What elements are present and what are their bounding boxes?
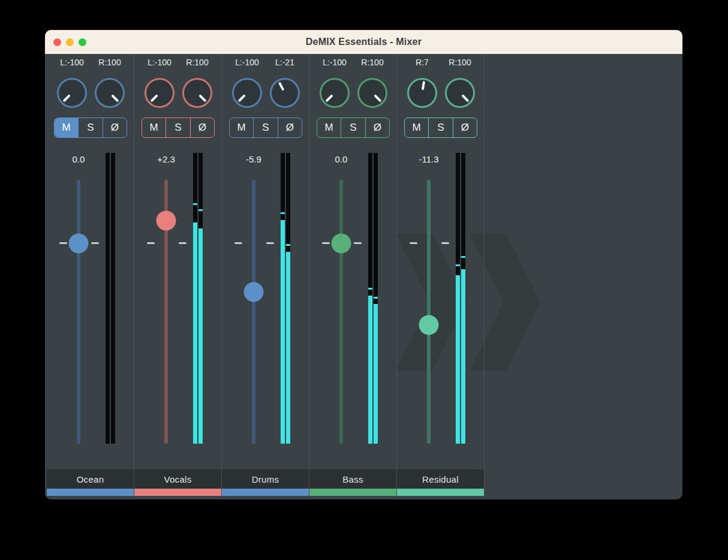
level-meters bbox=[281, 153, 290, 444]
zero-db-tick bbox=[147, 242, 155, 244]
channel-strip: R:7 R:100 M S Ø -11.3 bbox=[397, 54, 485, 499]
level-meter-left bbox=[456, 153, 460, 444]
fader-track[interactable] bbox=[164, 180, 168, 444]
channel-strip: L:-100 L:-21 M S Ø -5.9 bbox=[222, 54, 309, 499]
pan-left-value: L:-100 bbox=[140, 58, 179, 67]
phase-button[interactable]: Ø bbox=[365, 118, 389, 137]
channel-button-group: M S Ø bbox=[404, 118, 477, 138]
pan-left-knob[interactable] bbox=[232, 78, 262, 108]
pan-left-knob-pointer bbox=[139, 72, 181, 115]
channel-color-bar bbox=[222, 489, 309, 496]
pan-left-knob[interactable] bbox=[320, 78, 350, 108]
meter-fill bbox=[193, 222, 197, 444]
level-meter-left bbox=[281, 153, 285, 444]
pan-right-knob[interactable] bbox=[95, 78, 125, 108]
mixer-content: L:-100 R:100 M S Ø 0.0 bbox=[45, 54, 682, 499]
pan-left-knob-pointer bbox=[405, 76, 439, 110]
fader-handle[interactable] bbox=[419, 315, 439, 335]
solo-button[interactable]: S bbox=[166, 118, 189, 137]
zero-db-tick bbox=[441, 242, 449, 244]
zoom-button[interactable] bbox=[79, 38, 86, 46]
gain-value: 0.0 bbox=[335, 154, 348, 164]
pan-right-knob[interactable] bbox=[270, 78, 300, 108]
channel-color-bar bbox=[309, 489, 396, 496]
phase-button[interactable]: Ø bbox=[278, 118, 302, 137]
window-title: DeMIX Essentials - Mixer bbox=[306, 37, 422, 47]
fader-track[interactable] bbox=[77, 180, 80, 444]
channel-button-group: M S Ø bbox=[54, 118, 127, 138]
mute-button[interactable]: M bbox=[55, 118, 78, 137]
pan-left-value: R:7 bbox=[403, 58, 441, 67]
fader-track[interactable] bbox=[427, 180, 431, 444]
level-meter-left bbox=[368, 153, 372, 444]
zero-db-tick bbox=[179, 242, 186, 244]
pan-right-knob[interactable] bbox=[445, 78, 475, 108]
phase-button[interactable]: Ø bbox=[103, 118, 127, 137]
phase-button[interactable]: Ø bbox=[190, 118, 214, 137]
pan-right-knob-pointer bbox=[176, 72, 219, 115]
solo-button[interactable]: S bbox=[428, 118, 452, 137]
solo-button[interactable]: S bbox=[78, 118, 102, 137]
pan-right-knob[interactable] bbox=[357, 78, 387, 108]
fader-track[interactable] bbox=[252, 180, 255, 444]
mute-button[interactable]: M bbox=[317, 118, 341, 137]
channel-name: Residual bbox=[397, 469, 484, 489]
meter-peak bbox=[456, 264, 460, 266]
level-meters bbox=[106, 153, 115, 444]
fader-handle[interactable] bbox=[244, 282, 264, 302]
level-meter-right bbox=[461, 153, 465, 444]
meter-fill bbox=[281, 220, 285, 444]
pan-right-value: R:100 bbox=[91, 58, 129, 67]
pan-left-knob[interactable] bbox=[145, 78, 175, 108]
level-meter-right bbox=[286, 153, 290, 444]
fader-handle[interactable] bbox=[332, 233, 351, 253]
channel-strip: L:-100 R:100 M S Ø 0.0 bbox=[47, 54, 134, 499]
mute-button[interactable]: M bbox=[142, 118, 166, 137]
meter-peak bbox=[461, 256, 465, 258]
channel-button-group: M S Ø bbox=[317, 118, 390, 138]
meter-fill bbox=[456, 275, 460, 444]
channel-rack: L:-100 R:100 M S Ø 0.0 bbox=[45, 54, 682, 499]
solo-button[interactable]: S bbox=[253, 118, 277, 137]
level-meter-right bbox=[374, 153, 378, 444]
level-meter-left bbox=[106, 153, 110, 444]
channel-button-group: M S Ø bbox=[229, 118, 302, 138]
meter-fill bbox=[198, 228, 203, 444]
zero-db-tick bbox=[91, 242, 99, 244]
channel-name: Bass bbox=[309, 469, 396, 489]
pan-left-knob-pointer bbox=[314, 72, 356, 115]
meter-fill bbox=[374, 304, 378, 444]
meter-peak bbox=[198, 209, 203, 211]
pan-right-knob-pointer bbox=[89, 72, 131, 115]
pan-left-knob-pointer bbox=[226, 72, 269, 115]
pan-left-knob[interactable] bbox=[57, 78, 87, 108]
mute-button[interactable]: M bbox=[230, 118, 253, 137]
meter-fill bbox=[461, 269, 465, 444]
zero-db-tick bbox=[354, 242, 362, 244]
fader-handle[interactable] bbox=[157, 211, 176, 231]
zero-db-tick bbox=[59, 242, 67, 244]
gain-value: 0.0 bbox=[73, 154, 85, 164]
pan-left-knob[interactable] bbox=[407, 78, 437, 108]
level-meters bbox=[193, 153, 203, 444]
mixer-window: DeMIX Essentials - Mixer L:-100 R:100 M … bbox=[45, 30, 682, 499]
pan-right-knob[interactable] bbox=[182, 78, 212, 108]
meter-fill bbox=[286, 252, 290, 444]
pan-right-value: R:100 bbox=[441, 58, 479, 67]
meter-fill bbox=[368, 296, 372, 444]
pan-right-knob-pointer bbox=[264, 73, 305, 113]
pan-right-knob-pointer bbox=[439, 72, 482, 115]
solo-button[interactable]: S bbox=[341, 118, 365, 137]
pan-left-knob-pointer bbox=[51, 72, 94, 115]
channel-button-group: M S Ø bbox=[142, 118, 215, 138]
gain-value: -11.3 bbox=[419, 154, 438, 164]
fader-handle[interactable] bbox=[69, 233, 89, 253]
minimize-button[interactable] bbox=[66, 38, 74, 46]
level-meters bbox=[456, 153, 465, 444]
phase-button[interactable]: Ø bbox=[453, 118, 477, 137]
close-button[interactable] bbox=[53, 38, 61, 46]
mute-button[interactable]: M bbox=[405, 118, 428, 137]
titlebar: DeMIX Essentials - Mixer bbox=[45, 30, 682, 54]
pan-right-value: R:100 bbox=[353, 58, 392, 67]
fader-track[interactable] bbox=[339, 180, 343, 444]
